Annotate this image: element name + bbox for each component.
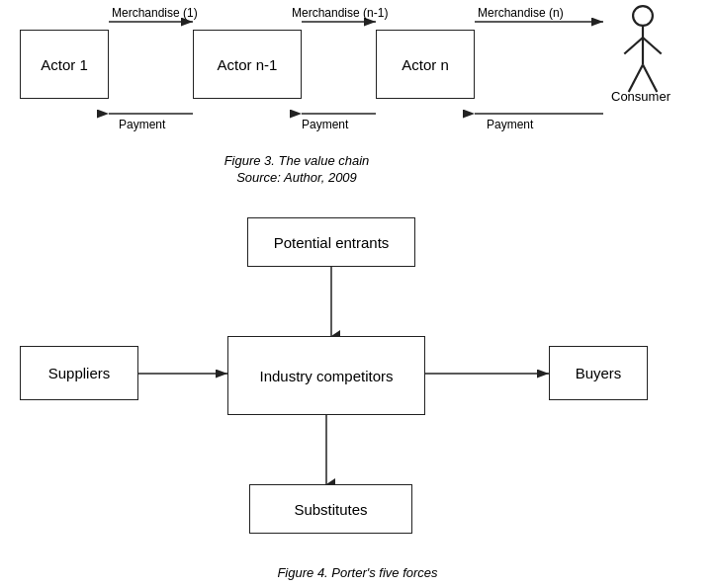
svg-line-10 bbox=[624, 38, 643, 54]
ic-label: Industry competitors bbox=[259, 368, 393, 384]
actorn1-box: Actor n-1 bbox=[193, 30, 302, 99]
buyers-box: Buyers bbox=[549, 346, 648, 400]
fig3-source: Source: Author, 2009 bbox=[0, 170, 593, 185]
potential-entrants-box: Potential entrants bbox=[247, 217, 415, 267]
actor1-label: Actor 1 bbox=[41, 56, 88, 73]
merchn-label: Merchandise (n) bbox=[478, 6, 564, 20]
sup-label: Suppliers bbox=[48, 365, 111, 381]
merchn1-label: Merchandise (n-1) bbox=[292, 6, 388, 20]
actorn-box: Actor n bbox=[376, 30, 475, 99]
substitutes-box: Substitutes bbox=[249, 484, 412, 534]
svg-line-13 bbox=[643, 65, 657, 93]
actorn1-label: Actor n-1 bbox=[218, 56, 278, 73]
buy-label: Buyers bbox=[576, 365, 622, 381]
svg-point-8 bbox=[633, 6, 653, 26]
payment3-label: Payment bbox=[487, 118, 534, 131]
payment2-label: Payment bbox=[302, 118, 349, 131]
industry-competitors-box: Industry competitors bbox=[227, 336, 425, 415]
svg-line-12 bbox=[629, 65, 643, 93]
value-chain-diagram: Merchandise (1) Merchandise (n-1) Mercha… bbox=[0, 0, 715, 198]
sub-label: Substitutes bbox=[294, 501, 367, 518]
suppliers-box: Suppliers bbox=[20, 346, 138, 400]
fig3-caption: Figure 3. The value chain bbox=[0, 153, 593, 168]
payment1-label: Payment bbox=[119, 118, 166, 131]
svg-line-11 bbox=[643, 38, 662, 54]
pe-label: Potential entrants bbox=[274, 234, 390, 251]
actorn-label: Actor n bbox=[402, 56, 449, 73]
merch1-label: Merchandise (1) bbox=[112, 6, 198, 20]
consumer-label: Consumer bbox=[611, 89, 670, 104]
actor1-box: Actor 1 bbox=[20, 30, 109, 99]
porter-caption: Figure 4. Porter's five forces bbox=[0, 565, 715, 580]
porter-diagram: Potential entrants Industry competitors … bbox=[0, 198, 715, 588]
